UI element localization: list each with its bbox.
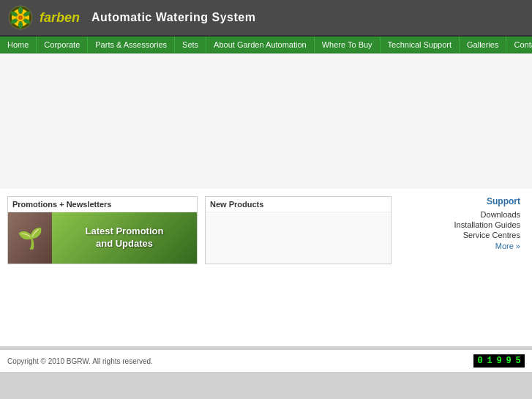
- new-products-box: New Products: [205, 196, 391, 264]
- plant-emoji-icon: 🌱: [18, 226, 43, 250]
- support-box: Support Downloads Installation Guides Se…: [399, 196, 525, 250]
- footer: Copyright © 2010 BGRW. All rights reserv…: [0, 349, 532, 372]
- nav-item-home[interactable]: Home: [0, 37, 37, 53]
- visit-counter: 0 1 9 9 5: [473, 354, 525, 368]
- svg-point-3: [18, 7, 23, 14]
- counter-digit-0: 0: [476, 356, 484, 366]
- nav-item-sets[interactable]: Sets: [175, 37, 206, 53]
- support-link-installation[interactable]: Installation Guides: [403, 220, 520, 229]
- nav-item-corporate[interactable]: Corporate: [37, 37, 88, 53]
- copyright-text: Copyright © 2010 BGRW. All rights reserv…: [7, 357, 153, 365]
- nav-item-about[interactable]: About Garden Automation: [206, 37, 315, 53]
- page-wrapper: farben Automatic Watering System Home Co…: [0, 0, 532, 372]
- bottom-content: Promotions + Newsletters 🌱 Latest Promot…: [0, 189, 532, 272]
- counter-digit-4: 5: [514, 356, 522, 366]
- promotions-title: Promotions + Newsletters: [8, 197, 197, 212]
- header: farben Automatic Watering System: [0, 0, 532, 37]
- support-more-link[interactable]: More »: [403, 242, 520, 250]
- counter-digit-1: 1: [485, 356, 494, 366]
- support-title: Support: [403, 196, 520, 206]
- svg-point-6: [18, 21, 23, 29]
- brand-name: farben: [40, 10, 80, 26]
- promo-line1: Latest Promotion: [86, 225, 164, 238]
- farben-logo-icon: [7, 4, 34, 31]
- nav-item-where[interactable]: Where To Buy: [315, 37, 381, 53]
- promo-text-overlay[interactable]: Latest Promotion and Updates: [52, 212, 197, 264]
- promo-image-wrapper: 🌱 Latest Promotion and Updates: [8, 212, 197, 264]
- support-link-service[interactable]: Service Centres: [403, 231, 520, 239]
- promo-plant-image: 🌱: [8, 212, 52, 264]
- counter-digit-3: 9: [504, 356, 513, 366]
- logo-area: farben: [7, 4, 80, 31]
- svg-point-10: [18, 15, 23, 20]
- nav-item-galleries[interactable]: Galleries: [460, 37, 506, 53]
- main-content: Promotions + Newsletters 🌱 Latest Promot…: [0, 53, 532, 346]
- new-products-title: New Products: [206, 197, 391, 212]
- nav-item-tech[interactable]: Technical Support: [381, 37, 460, 53]
- banner-area: [0, 53, 532, 189]
- navbar: Home Corporate Parts & Assessories Sets …: [0, 37, 532, 53]
- support-link-downloads[interactable]: Downloads: [403, 210, 520, 219]
- new-products-content: [206, 212, 391, 264]
- nav-item-contact[interactable]: Contact: [506, 37, 532, 53]
- site-title: Automatic Watering System: [91, 11, 255, 24]
- promotions-box: Promotions + Newsletters 🌱 Latest Promot…: [7, 196, 198, 264]
- counter-digit-2: 9: [495, 356, 503, 366]
- nav-item-parts[interactable]: Parts & Assessories: [88, 37, 175, 53]
- promo-line2: and Updates: [96, 238, 153, 250]
